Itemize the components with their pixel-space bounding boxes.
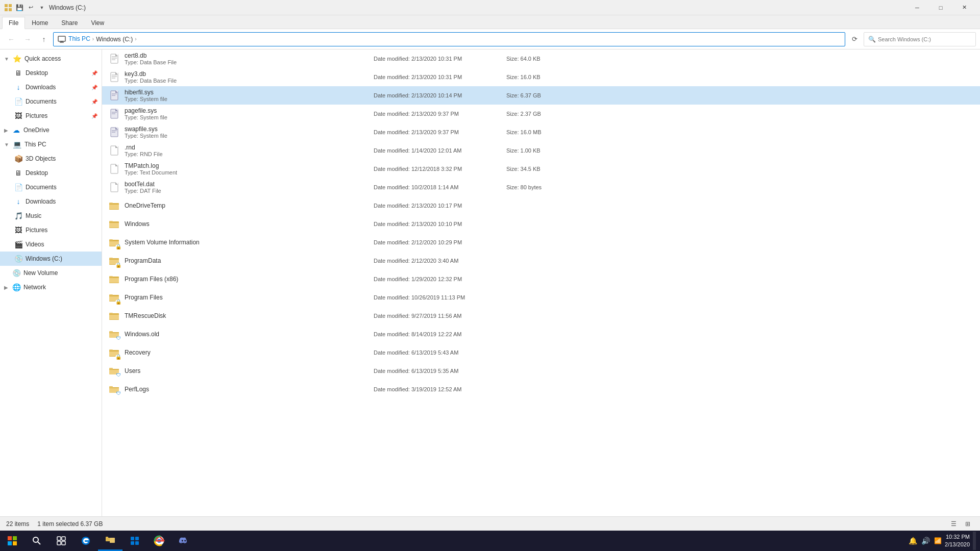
table-row[interactable]: 🔒 Program Files Date modified: 10/26/201… — [102, 288, 980, 307]
maximize-button[interactable]: □ — [929, 0, 952, 15]
forward-button[interactable]: → — [20, 32, 35, 46]
table-row[interactable]: 🔒 System Volume Information Date modifie… — [102, 233, 980, 252]
sidebar-onedrive[interactable]: ▶ ☁ OneDrive — [0, 123, 102, 137]
table-row[interactable]: OneDriveTemp Date modified: 2/13/2020 10… — [102, 196, 980, 215]
search-icon: 🔍 — [868, 36, 876, 43]
table-row[interactable]: 🔒 ProgramData Date modified: 2/12/2020 3… — [102, 252, 980, 270]
sidebar-videos[interactable]: 🎬 Videos — [0, 237, 102, 252]
file-date: Date modified: 1/14/2020 12:01 AM — [374, 147, 486, 154]
taskbar-store[interactable] — [122, 531, 147, 551]
sidebar-label-pictures: Pictures — [26, 112, 88, 119]
sidebar-newvolume[interactable]: ▶ 💿 New Volume — [0, 266, 102, 280]
tab-file[interactable]: File — [2, 17, 25, 29]
sidebar-documents2[interactable]: 📄 Documents — [0, 180, 102, 194]
sidebar-documents[interactable]: 📄 Documents 📌 — [0, 94, 102, 109]
undo-icon[interactable]: ↩ — [27, 4, 35, 12]
file-type-label: Type: System file — [125, 114, 370, 120]
sidebar-downloads2[interactable]: ↓ Downloads — [0, 194, 102, 209]
file-type-label: Type: Text Document — [125, 169, 370, 176]
network-icon-taskbar[interactable]: 📶 — [934, 537, 942, 544]
sidebar-network[interactable]: ▶ 🌐 Network — [0, 280, 102, 294]
sidebar-windowsc[interactable]: 💿 Windows (C:) — [0, 252, 102, 266]
sidebar-quick-access[interactable]: ▼ ⭐ Quick access — [0, 52, 102, 66]
sidebar-pictures[interactable]: 🖼 Pictures 📌 — [0, 109, 102, 123]
tab-view[interactable]: View — [84, 17, 111, 29]
back-button[interactable]: ← — [4, 32, 18, 46]
list-view-button[interactable]: ☰ — [947, 518, 960, 530]
table-row[interactable]: 🛡 PerfLogs Date modified: 3/19/2019 12:5… — [102, 380, 980, 398]
table-row[interactable]: pagefile.sys Type: System file Date modi… — [102, 105, 980, 123]
sidebar-label-downloads2: Downloads — [26, 198, 97, 205]
sidebar-label-desktop: Desktop — [26, 69, 88, 77]
table-row[interactable]: cert8.db Type: Data Base File Date modif… — [102, 49, 980, 68]
close-button[interactable]: ✕ — [952, 0, 976, 15]
file-name-col: ProgramData — [125, 257, 370, 264]
table-row[interactable]: 🛡 Windows.old Date modified: 8/14/2019 1… — [102, 325, 980, 343]
table-row[interactable]: 🛡 Users Date modified: 6/13/2019 5:35 AM — [102, 362, 980, 380]
file-meta: Date modified: 10/26/2019 11:13 PM — [374, 294, 974, 300]
expand-icon-3: ▼ — [4, 142, 9, 147]
details-view-button[interactable]: ⊞ — [962, 518, 974, 530]
taskbar-time[interactable]: 10:32 PM 2/13/2020 — [945, 533, 970, 549]
table-row[interactable]: TMPatch.log Type: Text Document Date mod… — [102, 160, 980, 178]
sidebar-label-desktop2: Desktop — [26, 169, 97, 177]
file-date: Date modified: 3/19/2019 12:52 AM — [374, 386, 486, 392]
taskbar-explorer[interactable] — [98, 531, 122, 551]
start-button[interactable] — [0, 531, 24, 551]
svg-rect-60 — [109, 277, 119, 278]
task-view-button[interactable] — [49, 531, 74, 551]
taskbar-edge[interactable] — [74, 531, 98, 551]
sidebar-desktop[interactable]: 🖥 Desktop 📌 — [0, 66, 102, 80]
thispc-icon: 💻 — [13, 140, 21, 148]
table-row[interactable]: key3.db Type: Data Base File Date modifi… — [102, 68, 980, 86]
file-type-label: Type: DAT File — [125, 188, 370, 194]
search-input[interactable] — [878, 36, 971, 42]
table-row[interactable]: Windows Date modified: 2/13/2020 10:10 P… — [102, 215, 980, 233]
svg-rect-81 — [109, 368, 113, 369]
sidebar-music[interactable]: 🎵 Music — [0, 209, 102, 223]
table-row[interactable]: bootTel.dat Type: DAT File Date modified… — [102, 178, 980, 196]
file-name-col: OneDriveTemp — [125, 202, 370, 209]
file-name-col: cert8.db Type: Data Base File — [125, 52, 370, 65]
table-row[interactable]: .rnd Type: RND File Date modified: 1/14/… — [102, 141, 980, 160]
window-title: Windows (C:) — [49, 4, 86, 11]
taskbar-discord[interactable] — [172, 531, 196, 551]
pin-icon-3: 📌 — [91, 99, 97, 105]
up-button[interactable]: ↑ — [37, 32, 51, 46]
refresh-button[interactable]: ⟳ — [847, 32, 862, 46]
address-path[interactable]: This PC › Windows (C:) › — [53, 32, 845, 46]
svg-rect-84 — [109, 386, 113, 388]
dropdown-icon[interactable]: ▼ — [38, 4, 46, 12]
svg-rect-96 — [106, 537, 108, 538]
svg-point-89 — [33, 537, 38, 542]
file-date: Date modified: 2/12/2020 3:40 AM — [374, 258, 486, 264]
table-row[interactable]: hiberfil.sys Type: System file Date modi… — [102, 86, 980, 105]
sidebar-label-newvolume: New Volume — [23, 269, 97, 277]
sidebar-downloads[interactable]: ↓ Downloads 📌 — [0, 80, 102, 94]
svg-rect-98 — [131, 537, 134, 540]
search-box[interactable]: 🔍 — [864, 32, 976, 46]
save-icon[interactable]: 💾 — [15, 4, 23, 12]
table-row[interactable]: TMRescueDisk Date modified: 9/27/2019 11… — [102, 307, 980, 325]
sidebar-pictures2[interactable]: 🖼 Pictures — [0, 223, 102, 237]
sidebar-thispc[interactable]: ▼ 💻 This PC — [0, 137, 102, 152]
file-date: Date modified: 2/13/2020 10:17 PM — [374, 203, 486, 209]
svg-rect-2 — [5, 8, 8, 11]
tab-share[interactable]: Share — [55, 17, 84, 29]
table-row[interactable]: Program Files (x86) Date modified: 1/29/… — [102, 270, 980, 288]
file-icon — [108, 89, 120, 102]
taskbar-chrome[interactable] — [147, 531, 172, 551]
notification-icon[interactable]: 🔔 — [909, 537, 917, 545]
file-date: Date modified: 12/12/2018 3:32 PM — [374, 166, 486, 172]
sidebar-3dobjects[interactable]: 📦 3D Objects — [0, 152, 102, 166]
volume-icon[interactable]: 🔊 — [921, 537, 930, 545]
minimize-button[interactable]: ─ — [905, 0, 929, 15]
pin-icon-2: 📌 — [91, 85, 97, 90]
file-name-col: PerfLogs — [125, 386, 370, 393]
tab-home[interactable]: Home — [25, 17, 55, 29]
search-taskbar-button[interactable] — [24, 531, 49, 551]
show-desktop-button[interactable] — [973, 532, 976, 550]
table-row[interactable]: swapfile.sys Type: System file Date modi… — [102, 123, 980, 141]
table-row[interactable]: 🔒 Recovery Date modified: 6/13/2019 5:43… — [102, 343, 980, 362]
sidebar-desktop2[interactable]: 🖥 Desktop — [0, 166, 102, 180]
